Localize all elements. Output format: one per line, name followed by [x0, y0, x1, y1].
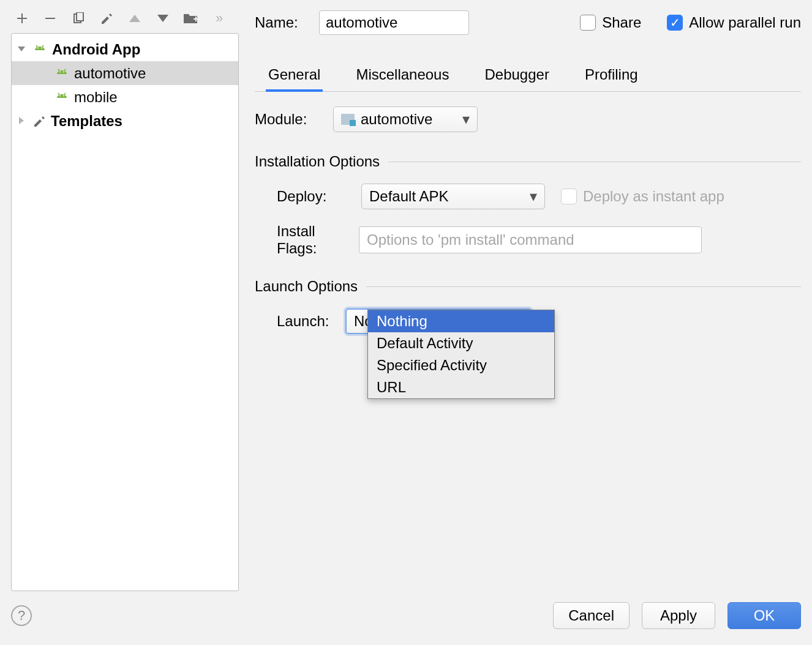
edit-defaults-button[interactable] — [98, 10, 115, 27]
svg-line-11 — [58, 69, 59, 71]
config-tree: Android App automotive mobile — [11, 33, 239, 591]
svg-point-10 — [63, 71, 64, 72]
launch-label: Launch: — [255, 313, 345, 330]
chevron-right-icon — [17, 116, 28, 127]
tree-node-android-app[interactable]: Android App — [12, 37, 238, 61]
svg-line-8 — [42, 45, 43, 47]
svg-point-14 — [63, 95, 64, 96]
folder-add-button[interactable] — [182, 10, 200, 27]
wrench-icon — [32, 114, 46, 128]
svg-rect-2 — [77, 12, 83, 21]
install-flags-label: Install Flags: — [255, 223, 359, 257]
tab-general[interactable]: General — [266, 61, 323, 92]
tab-bar: General Miscellaneous Debugger Profiling — [255, 61, 801, 92]
chevron-down-icon: ▾ — [530, 188, 537, 205]
remove-config-button[interactable] — [42, 10, 59, 27]
launch-option-default-activity[interactable]: Default Activity — [368, 332, 554, 354]
android-icon — [55, 92, 69, 103]
divider — [366, 286, 801, 287]
chevron-down-icon: ▾ — [462, 111, 470, 128]
tree-label: Templates — [51, 113, 122, 130]
tab-debugger[interactable]: Debugger — [482, 61, 551, 91]
name-label: Name: — [255, 14, 307, 31]
move-down-button[interactable] — [154, 10, 171, 27]
module-value: automotive — [361, 111, 432, 128]
svg-point-5 — [37, 47, 39, 48]
copy-config-button[interactable] — [70, 10, 87, 27]
launch-option-specified-activity[interactable]: Specified Activity — [368, 354, 554, 376]
launch-options-header: Launch Options — [255, 278, 358, 295]
name-input[interactable] — [319, 10, 469, 35]
launch-option-url[interactable]: URL — [368, 376, 554, 398]
share-checkbox[interactable]: Share — [580, 14, 641, 31]
checkbox-icon — [580, 15, 596, 31]
tree-label: automotive — [74, 65, 146, 82]
add-config-button[interactable] — [13, 10, 31, 27]
module-label: Module: — [255, 111, 333, 128]
share-label: Share — [602, 14, 641, 31]
tree-node-automotive[interactable]: automotive — [12, 61, 238, 85]
move-up-button[interactable] — [126, 10, 143, 27]
svg-rect-0 — [45, 18, 55, 19]
config-toolbar: » — [11, 6, 239, 33]
tab-profiling[interactable]: Profiling — [582, 61, 641, 91]
allow-parallel-checkbox[interactable]: Allow parallel run — [667, 14, 801, 31]
svg-point-13 — [59, 95, 61, 96]
deploy-value: Default APK — [369, 188, 448, 205]
deploy-instant-checkbox: Deploy as instant app — [561, 188, 724, 205]
svg-rect-4 — [195, 17, 197, 21]
svg-line-16 — [64, 93, 66, 95]
allow-parallel-label: Allow parallel run — [689, 14, 801, 31]
checkbox-icon — [561, 188, 577, 204]
android-icon — [55, 68, 69, 79]
apply-button[interactable]: Apply — [642, 602, 715, 629]
svg-line-7 — [36, 45, 37, 47]
svg-point-9 — [59, 71, 61, 72]
checkbox-checked-icon — [667, 15, 683, 31]
tab-miscellaneous[interactable]: Miscellaneous — [353, 61, 451, 91]
tree-label: Android App — [52, 41, 140, 58]
svg-line-12 — [64, 69, 66, 71]
help-button[interactable]: ? — [11, 605, 32, 626]
ok-button[interactable]: OK — [727, 602, 801, 629]
tree-label: mobile — [74, 89, 118, 106]
deploy-instant-label: Deploy as instant app — [583, 188, 724, 205]
tree-node-templates[interactable]: Templates — [12, 109, 238, 133]
android-icon — [32, 44, 47, 55]
svg-point-6 — [41, 47, 42, 48]
module-combobox[interactable]: automotive ▾ — [333, 106, 478, 132]
installation-options-header: Installation Options — [255, 153, 380, 170]
install-flags-input[interactable] — [359, 226, 702, 253]
launch-option-nothing[interactable]: Nothing — [368, 310, 554, 332]
toolbar-overflow-button[interactable]: » — [211, 10, 228, 27]
deploy-combobox[interactable]: Default APK ▾ — [361, 184, 545, 209]
module-folder-icon — [341, 114, 355, 125]
svg-line-15 — [58, 93, 59, 95]
chevron-down-icon — [17, 44, 28, 55]
tree-node-mobile[interactable]: mobile — [12, 85, 238, 109]
launch-dropdown-list: Nothing Default Activity Specified Activ… — [367, 310, 555, 399]
deploy-label: Deploy: — [255, 188, 345, 205]
cancel-button[interactable]: Cancel — [553, 602, 630, 629]
divider — [388, 162, 801, 162]
